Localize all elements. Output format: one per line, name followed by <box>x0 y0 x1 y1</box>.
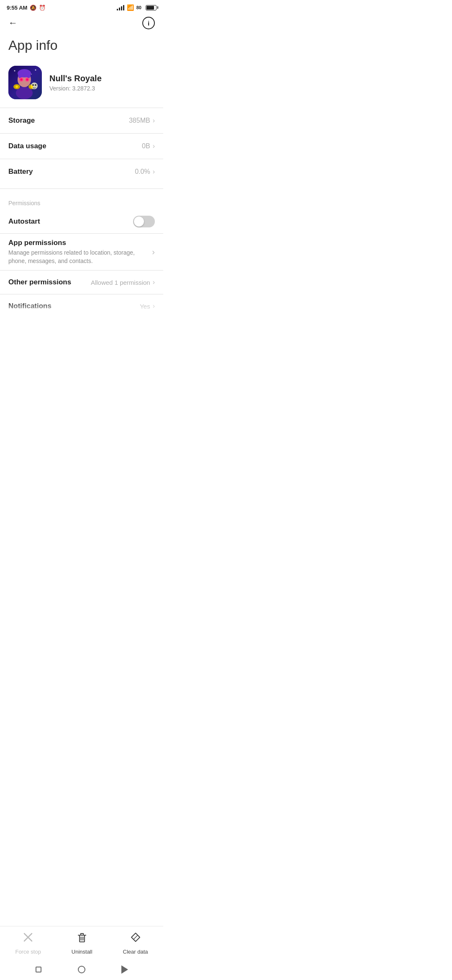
app-version: Version: 3.2872.3 <box>49 85 102 92</box>
svg-point-19 <box>15 85 18 88</box>
toggle-knob <box>134 217 144 227</box>
section-divider-permissions <box>0 188 163 189</box>
data-usage-label: Data usage <box>8 142 46 150</box>
svg-point-15 <box>26 79 28 81</box>
alarm-icon: ⏰ <box>39 5 46 11</box>
app-text-info: Null's Royale Version: 3.2872.3 <box>49 74 102 92</box>
top-nav: ← i <box>0 13 163 33</box>
signal-bar-4 <box>123 5 124 10</box>
notifications-value: Yes <box>140 303 150 310</box>
other-permissions-row[interactable]: Other permissions Allowed 1 permission › <box>0 271 163 294</box>
notifications-row[interactable]: Notifications Yes › <box>0 294 163 314</box>
app-icon <box>8 66 42 99</box>
status-bar: 9:55 AM 🔕 ⏰ 📶 80 <box>0 0 163 13</box>
svg-point-14 <box>21 79 23 81</box>
app-permissions-desc: Manage permissions related to location, … <box>8 249 148 265</box>
autostart-toggle[interactable] <box>133 216 155 227</box>
page-title: App info <box>0 33 163 62</box>
notifications-value-container: Yes › <box>140 302 155 310</box>
permissions-section-label: Permissions <box>0 193 163 210</box>
battery-label: 80 <box>136 5 141 10</box>
svg-point-10 <box>18 72 22 78</box>
signal-bar-1 <box>117 9 118 10</box>
app-permissions-title: App permissions <box>8 239 148 247</box>
other-permissions-value-container: Allowed 1 permission › <box>91 279 155 286</box>
svg-point-20 <box>31 85 33 88</box>
info-button[interactable]: i <box>142 17 155 29</box>
app-info-row: Null's Royale Version: 3.2872.3 <box>0 62 163 108</box>
battery-chevron: › <box>153 168 155 175</box>
battery-value: 0.0% <box>135 168 150 175</box>
autostart-label: Autostart <box>8 217 40 226</box>
app-permissions-text: App permissions Manage permissions relat… <box>8 239 148 265</box>
svg-point-18 <box>35 84 36 86</box>
data-usage-row[interactable]: Data usage 0B › <box>0 134 163 159</box>
svg-point-1 <box>14 70 15 72</box>
wifi-icon: 📶 <box>127 4 134 11</box>
storage-value-container: 385MB › <box>129 117 155 124</box>
status-left: 9:55 AM 🔕 ⏰ <box>7 5 46 11</box>
mute-icon: 🔕 <box>30 5 36 11</box>
storage-row[interactable]: Storage 385MB › <box>0 108 163 133</box>
other-permissions-chevron: › <box>153 279 155 286</box>
app-permissions-row[interactable]: App permissions Manage permissions relat… <box>0 234 163 270</box>
battery-value-container: 0.0% › <box>135 168 155 175</box>
signal-bar-2 <box>119 8 120 10</box>
svg-point-2 <box>35 70 36 71</box>
notifications-chevron: › <box>153 302 155 310</box>
battery-row[interactable]: Battery 0.0% › <box>0 159 163 184</box>
main-content: Storage 385MB › Data usage 0B › Battery … <box>0 108 163 372</box>
app-icon-svg <box>8 66 42 99</box>
data-usage-value-container: 0B › <box>142 142 155 150</box>
data-usage-chevron: › <box>153 142 155 150</box>
svg-point-3 <box>31 74 32 75</box>
data-usage-value: 0B <box>142 142 150 150</box>
battery-fill <box>146 6 154 10</box>
battery-label: Battery <box>8 168 33 176</box>
signal-bars <box>117 5 124 10</box>
status-time: 9:55 AM <box>7 5 27 11</box>
autostart-row: Autostart <box>0 210 163 233</box>
svg-point-11 <box>26 72 31 78</box>
other-permissions-label: Other permissions <box>8 278 71 286</box>
app-name: Null's Royale <box>49 74 102 83</box>
storage-label: Storage <box>8 116 35 125</box>
storage-value: 385MB <box>129 117 150 124</box>
app-permissions-chevron: › <box>152 247 155 257</box>
back-button[interactable]: ← <box>8 18 18 28</box>
svg-point-17 <box>32 84 34 86</box>
signal-bar-3 <box>121 6 122 10</box>
battery-indicator <box>146 5 157 10</box>
status-right: 📶 80 <box>117 4 157 11</box>
storage-chevron: › <box>153 117 155 124</box>
other-permissions-value: Allowed 1 permission <box>91 279 150 286</box>
notifications-label: Notifications <box>8 302 51 310</box>
